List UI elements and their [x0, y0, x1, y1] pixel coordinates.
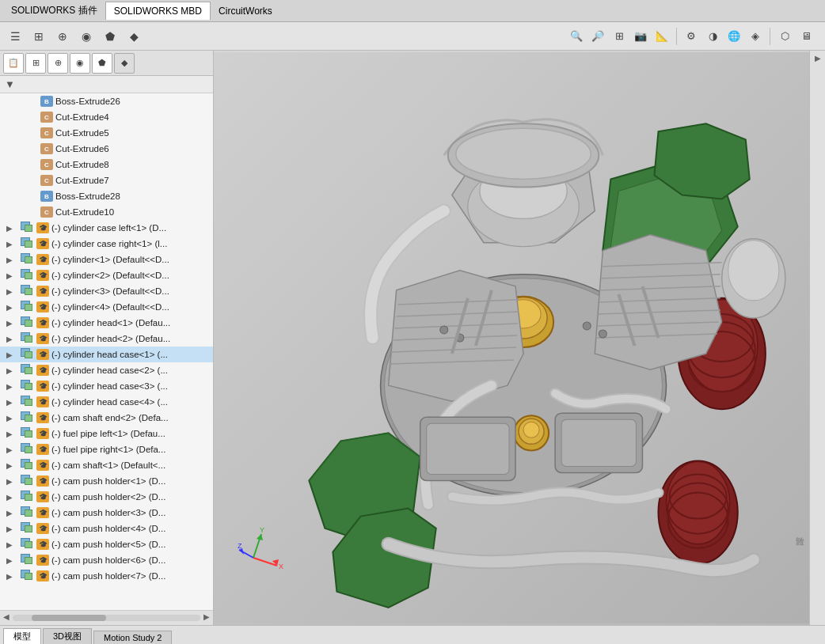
asm-icon — [21, 411, 35, 424]
tree-item-cam-shaft-end2[interactable]: ▶ 🎓 (-) cam shaft end<2> (Defa... — [0, 410, 213, 426]
svg-point-44 — [583, 322, 591, 330]
camera-btn[interactable]: 📷 — [631, 27, 650, 46]
feature-tree[interactable]: B Boss-Extrude26 C Cut-Extrude4 C Cut-Ex… — [0, 93, 213, 610]
tree-item-cylinder-case-right[interactable]: ▶ 🎓 (-) cylinder case right<1> (l... — [0, 236, 213, 252]
tree-label: Cut-Extrude6 — [55, 144, 109, 153]
asm-icon — [21, 522, 35, 535]
search-btn[interactable]: 🔍 — [567, 27, 586, 46]
panel-tab-6[interactable]: ◆ — [114, 53, 135, 74]
horizontal-scrollbar[interactable] — [13, 615, 200, 621]
tree-item-cut-extrude5[interactable]: C Cut-Extrude5 — [0, 125, 213, 141]
tree-item-fuel-pipe-left1[interactable]: ▶ 🎓 (-) fuel pipe left<1> (Defau... — [0, 426, 213, 441]
hat-icon: 🎓 — [36, 412, 49, 423]
toolbar-crosshair-btn[interactable]: ⊕ — [51, 25, 74, 47]
toolbar-shape-btn[interactable]: ⬟ — [98, 25, 122, 47]
tree-item-cylinder2[interactable]: ▶ 🎓 (-) cylinder<2> (Default<<D... — [0, 267, 213, 283]
hat-icon: 🎓 — [36, 333, 49, 344]
menu-solidworks-mbd[interactable]: SOLIDWORKS MBD — [105, 2, 211, 20]
tree-item-cylinder-head-case4[interactable]: ▶ 🎓 (-) cylinder head case<4> (... — [0, 394, 213, 410]
tree-item-cylinder-case-left[interactable]: ▶ 🎓 (-) cylinder case left<1> (D... — [0, 220, 213, 236]
asm-icon — [21, 301, 35, 313]
engine-3d-model — [214, 51, 809, 625]
tab-model[interactable]: 模型 — [3, 628, 41, 644]
tab-3d-view[interactable]: 3D视图 — [43, 628, 92, 644]
tree-label: (-) fuel pipe right<1> (Defa... — [51, 445, 165, 454]
toolbar-diamond-btn[interactable]: ◆ — [122, 25, 146, 47]
tree-label: Boss-Extrude28 — [55, 191, 120, 201]
hat-icon: 🎓 — [36, 491, 49, 502]
panel-tab-3[interactable]: ⊕ — [48, 53, 68, 74]
tree-item-cam-push-holder6[interactable]: ▶ 🎓 (-) cam push holder<6> (D... — [0, 552, 213, 568]
svg-point-33 — [523, 422, 539, 438]
hat-icon: 🎓 — [36, 222, 49, 233]
tree-item-boss-extrude26[interactable]: B Boss-Extrude26 — [0, 93, 213, 109]
tree-label: Cut-Extrude10 — [55, 207, 114, 217]
tree-label: (-) cylinder<4> (Default<<D... — [51, 302, 169, 312]
tree-item-cut-extrude10[interactable]: C Cut-Extrude10 — [0, 204, 213, 220]
tree-item-cylinder4[interactable]: ▶ 🎓 (-) cylinder<4> (Default<<D... — [0, 299, 213, 315]
menu-solidworks-plugins[interactable]: SOLIDWORKS 插件 — [3, 1, 105, 21]
right-panel-btn[interactable]: ▶ — [815, 54, 821, 63]
cut-icon: C — [40, 143, 53, 154]
zoom-btn[interactable]: 🔎 — [588, 27, 607, 46]
scroll-left[interactable]: ◀ — [3, 612, 10, 623]
panel-tab-4[interactable]: ◉ — [70, 53, 90, 74]
tree-item-fuel-pipe-right1[interactable]: ▶ 🎓 (-) fuel pipe right<1> (Defa... — [0, 441, 213, 457]
diamond-btn[interactable]: ◈ — [746, 27, 765, 46]
hat-icon: 🎓 — [36, 270, 49, 281]
sphere-btn[interactable]: ◑ — [703, 27, 722, 46]
tree-item-cam-push-holder4[interactable]: ▶ 🎓 (-) cam push holder<4> (D... — [0, 521, 213, 536]
menu-bar: SOLIDWORKS 插件 SOLIDWORKS MBD CircuitWork… — [0, 0, 825, 22]
panel-tab-2[interactable]: ⊞ — [25, 53, 46, 74]
asm-icon — [21, 538, 35, 551]
3d-viewport[interactable]: X Y Z 激转 — [214, 51, 809, 625]
tree-label: (-) cylinder<2> (Default<<D... — [51, 271, 169, 280]
tree-item-cylinder-head-case1[interactable]: ▶ 🎓 (-) cylinder head case<1> (... — [0, 347, 213, 362]
tree-item-cam-shaft1[interactable]: ▶ 🎓 (-) cam shaft<1> (Default<... — [0, 457, 213, 473]
cut-icon: C — [40, 112, 53, 123]
toolbar-circle-btn[interactable]: ◉ — [74, 25, 98, 47]
measure-btn[interactable]: 📐 — [652, 27, 671, 46]
toolbar-grid-btn[interactable]: ⊞ — [27, 25, 51, 47]
tree-label: Cut-Extrude7 — [55, 176, 109, 185]
tree-item-cam-push-holder2[interactable]: ▶ 🎓 (-) cam push holder<2> (D... — [0, 489, 213, 505]
tree-item-cut-extrude8[interactable]: C Cut-Extrude8 — [0, 157, 213, 172]
monitor-btn[interactable]: 🖥 — [796, 27, 815, 46]
hat-icon: 🎓 — [36, 460, 49, 471]
settings-btn[interactable]: ⚙ — [682, 27, 701, 46]
scroll-right[interactable]: ▶ — [203, 612, 210, 623]
hat-icon: 🎓 — [36, 381, 49, 392]
tree-item-cam-push-holder3[interactable]: ▶ 🎓 (-) cam push holder<3> (D... — [0, 505, 213, 521]
asm-icon — [21, 459, 35, 472]
menu-circuitworks[interactable]: CircuitWorks — [211, 2, 280, 20]
tree-item-cam-push-holder1[interactable]: ▶ 🎓 (-) cam push holder<1> (D... — [0, 473, 213, 489]
panel-tab-1[interactable]: 📋 — [3, 53, 24, 74]
grid-btn[interactable]: ⊞ — [610, 27, 629, 46]
toolbar-list-btn[interactable]: ☰ — [3, 25, 27, 47]
tree-item-boss-extrude28[interactable]: B Boss-Extrude28 — [0, 188, 213, 204]
tree-item-cylinder-head2[interactable]: ▶ 🎓 (-) cylinder head<2> (Defau... — [0, 331, 213, 347]
tree-label: (-) cylinder head case<2> (... — [51, 366, 168, 375]
panel-tab-5[interactable]: ⬟ — [92, 53, 112, 74]
tree-item-cylinder-head1[interactable]: ▶ 🎓 (-) cylinder head<1> (Defau... — [0, 315, 213, 331]
tree-item-cut-extrude6[interactable]: C Cut-Extrude6 — [0, 141, 213, 157]
hex-btn[interactable]: ⬡ — [775, 27, 794, 46]
tree-label: (-) cylinder<3> (Default<<D... — [51, 286, 169, 296]
tree-item-cam-push-holder5[interactable]: ▶ 🎓 (-) cam push holder<5> (D... — [0, 536, 213, 552]
tree-item-cylinder1[interactable]: ▶ 🎓 (-) cylinder<1> (Default<<D... — [0, 252, 213, 267]
tree-item-cut-extrude7[interactable]: C Cut-Extrude7 — [0, 172, 213, 188]
asm-icon — [21, 237, 35, 250]
globe-btn[interactable]: 🌐 — [724, 27, 743, 46]
tab-motion-study[interactable]: Motion Study 2 — [93, 631, 172, 644]
tree-item-cylinder-head-case3[interactable]: ▶ 🎓 (-) cylinder head case<3> (... — [0, 378, 213, 394]
svg-text:Y: Y — [260, 526, 264, 534]
hat-icon: 🎓 — [36, 349, 49, 360]
tree-item-cylinder3[interactable]: ▶ 🎓 (-) cylinder<3> (Default<<D... — [0, 283, 213, 299]
tree-label: Cut-Extrude5 — [55, 128, 109, 138]
hat-icon: 🎓 — [36, 444, 49, 455]
tree-item-cylinder-head-case2[interactable]: ▶ 🎓 (-) cylinder head case<2> (... — [0, 362, 213, 378]
hat-icon: 🎓 — [36, 507, 49, 518]
tree-item-extra[interactable]: ▶ 🎓 (-) cam push holder<7> (D... — [0, 568, 213, 584]
svg-rect-39 — [427, 423, 509, 474]
tree-item-cut-extrude4[interactable]: C Cut-Extrude4 — [0, 109, 213, 125]
